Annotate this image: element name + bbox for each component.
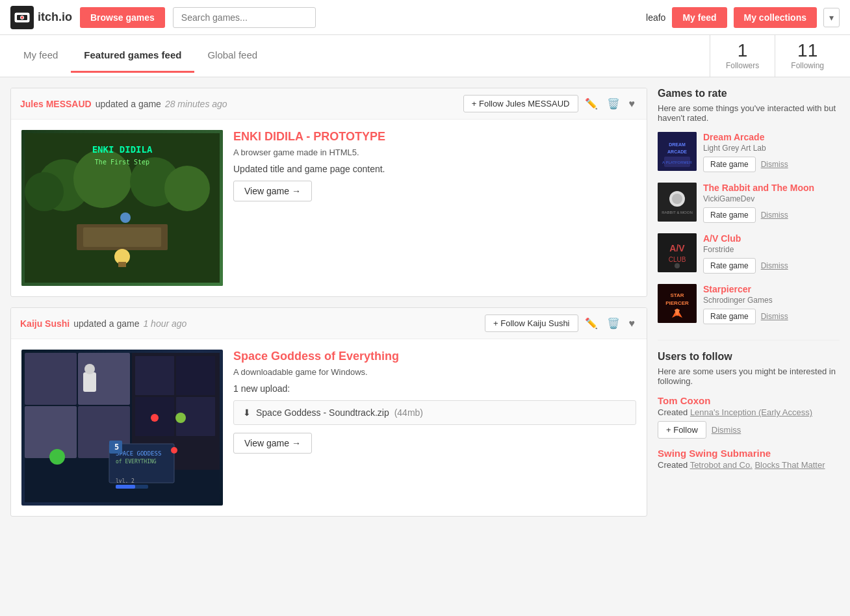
feed-card-1-body: ENKI DIDILA The First Step ENKI DIDILA -… xyxy=(11,120,647,296)
logo-text: itch.io xyxy=(38,10,72,24)
rate-game-info-rabbit: The Rabbit and The Moon VickiGameDev Rat… xyxy=(703,183,840,223)
svg-text:5: 5 xyxy=(114,443,119,452)
tab-global[interactable]: Global feed xyxy=(194,39,270,73)
rate-game-title-avclub[interactable]: A/V Club xyxy=(703,233,840,244)
game-title-enki[interactable]: ENKI DIDILA - PROTOTYPE xyxy=(233,130,636,144)
svg-rect-26 xyxy=(176,356,215,395)
svg-point-39 xyxy=(175,413,186,423)
svg-text:CLUB: CLUB xyxy=(669,256,686,263)
dismiss-follow-tomcoxon[interactable]: Dismiss xyxy=(712,425,741,435)
svg-point-11 xyxy=(25,172,64,211)
my-collections-button[interactable]: My collections xyxy=(734,7,817,28)
browse-games-button[interactable]: Browse games xyxy=(80,7,165,28)
edit-icon-2[interactable]: ✏️ xyxy=(582,314,600,332)
svg-text:STAR: STAR xyxy=(670,292,684,298)
card1-actions: + Follow Jules MESSAUD ✏️ 🗑️ ♥ xyxy=(463,95,638,112)
follow-game-link2-swingswing[interactable]: Blocks That Matter xyxy=(754,460,825,470)
svg-point-38 xyxy=(171,447,177,454)
thumb-rabbit: RABBIT & MOON xyxy=(658,183,697,222)
rate-button-dream[interactable]: Rate game xyxy=(703,157,756,172)
svg-rect-15 xyxy=(118,262,126,267)
dismiss-button-avclub[interactable]: Dismiss xyxy=(761,261,788,270)
view-game-button-2[interactable]: View game → xyxy=(233,433,312,454)
logo[interactable]: itch.io xyxy=(10,6,72,29)
rate-button-avclub[interactable]: Rate game xyxy=(703,258,756,274)
author-link-kaiju[interactable]: Kaiju Sushi xyxy=(20,318,70,329)
thumb-starpierce: STAR PIERCER xyxy=(658,284,697,323)
rate-game-actions-avclub: Rate game Dismiss xyxy=(703,258,840,274)
follow-name-tomcoxon[interactable]: Tom Coxon xyxy=(658,395,840,406)
dismiss-button-starpierce[interactable]: Dismiss xyxy=(761,312,788,321)
svg-point-30 xyxy=(84,364,95,374)
rate-game-title-starpierce[interactable]: Starpiercer xyxy=(703,284,840,294)
follow-game-link-tomcoxon[interactable]: Lenna's Inception (Early Access) xyxy=(690,407,812,417)
delete-icon-2[interactable]: 🗑️ xyxy=(604,314,623,332)
rate-game-info-dream: Dream Arcade Light Grey Art Lab Rate gam… xyxy=(703,132,840,172)
game-desc-space: A downloadable game for Windows. xyxy=(233,367,636,377)
sidebar-divider xyxy=(658,340,840,340)
game-title-space[interactable]: Space Goddess of Everything xyxy=(233,350,636,363)
svg-point-37 xyxy=(151,414,159,422)
follow-name-swingswing[interactable]: Swing Swing Submarine xyxy=(658,448,840,459)
following-stat: 11 Following xyxy=(775,35,840,77)
following-count: 11 xyxy=(791,42,824,60)
following-label: Following xyxy=(791,61,824,70)
time-text-1: 28 minutes ago xyxy=(165,99,227,109)
heart-icon-2[interactable]: ♥ xyxy=(626,315,638,332)
header: itch.io Browse games leafo My feed My co… xyxy=(0,0,850,35)
svg-text:ARCADE: ARCADE xyxy=(667,149,687,154)
rate-game-title-rabbit[interactable]: The Rabbit and The Moon xyxy=(703,183,840,193)
heart-icon-1[interactable]: ♥ xyxy=(626,96,638,112)
svg-text:SPACE GODDESS: SPACE GODDESS xyxy=(116,450,161,457)
edit-icon-1[interactable]: ✏️ xyxy=(582,95,600,112)
author-link-jules[interactable]: Jules MESSAUD xyxy=(20,99,92,109)
upload-icon: ⬇ xyxy=(243,407,251,418)
feed-column: Jules MESSAUD updated a game 28 minutes … xyxy=(10,88,647,527)
search-input[interactable] xyxy=(173,7,316,28)
feed-card-2-body: SPACE GODDESS of EVERYTHING 5 xyxy=(11,339,647,516)
svg-point-50 xyxy=(672,194,682,204)
follow-game-link1-swingswing[interactable]: Tetrobot and Co. xyxy=(690,460,753,470)
svg-rect-22 xyxy=(25,406,77,458)
rate-game-info-starpierce: Starpiercer Schrodinger Games Rate game … xyxy=(703,284,840,324)
thumb-dream: DREAM ARCADE A PLATFORMER xyxy=(658,132,697,171)
svg-text:RABBIT & MOON: RABBIT & MOON xyxy=(662,211,693,214)
feed-card-1: Jules MESSAUD updated a game 28 minutes … xyxy=(10,88,647,297)
thumb-space-art: SPACE GODDESS of EVERYTHING 5 xyxy=(21,350,223,506)
game-thumbnail-space: SPACE GODDESS of EVERYTHING 5 xyxy=(21,350,223,506)
tab-featured[interactable]: Featured games feed xyxy=(71,39,194,73)
svg-point-10 xyxy=(164,166,210,211)
main-layout: Jules MESSAUD updated a game 28 minutes … xyxy=(0,77,850,537)
card2-actions: + Follow Kaiju Sushi ✏️ 🗑️ ♥ xyxy=(485,314,638,332)
follow-item-tomcoxon: Tom Coxon Created Lenna's Inception (Ear… xyxy=(658,395,840,439)
game-desc-enki: A browser game made in HTML5. xyxy=(233,148,636,157)
users-to-follow-section: Users to follow Here are some users you … xyxy=(658,351,840,470)
delete-icon-1[interactable]: 🗑️ xyxy=(604,95,623,112)
rate-game-dev-avclub[interactable]: Forstride xyxy=(703,245,840,254)
rate-game-dev-starpierce[interactable]: Schrodinger Games xyxy=(703,296,840,305)
rate-button-starpierce[interactable]: Rate game xyxy=(703,309,756,324)
follow-kaiju-button[interactable]: + Follow Kaiju Sushi xyxy=(485,314,578,332)
rate-button-rabbit[interactable]: Rate game xyxy=(703,207,756,223)
follow-jules-button[interactable]: + Follow Jules MESSAUD xyxy=(463,95,578,112)
followers-count: 1 xyxy=(726,42,759,60)
dismiss-button-dream[interactable]: Dismiss xyxy=(761,160,788,169)
rate-game-dev-dream[interactable]: Light Grey Art Lab xyxy=(703,144,840,153)
upload-filename: Space Goddess - Soundtrack.zip xyxy=(256,407,389,418)
rate-game-actions-dream: Rate game Dismiss xyxy=(703,157,840,172)
follow-actions-tomcoxon: + Follow Dismiss xyxy=(658,421,840,439)
tab-myfeed[interactable]: My feed xyxy=(10,39,71,73)
my-feed-button[interactable]: My feed xyxy=(672,7,727,28)
view-game-button-1[interactable]: View game → xyxy=(233,181,312,201)
dropdown-button[interactable]: ▾ xyxy=(823,8,840,27)
rate-game-title-dream[interactable]: Dream Arcade xyxy=(703,132,840,142)
dismiss-button-rabbit[interactable]: Dismiss xyxy=(761,211,788,220)
upload-size: (44mb) xyxy=(394,407,423,418)
sidebar: Games to rate Here are some things you'v… xyxy=(658,88,840,527)
follow-button-tomcoxon[interactable]: + Follow xyxy=(658,421,706,439)
rate-game-dev-rabbit[interactable]: VickiGameDev xyxy=(703,194,840,203)
svg-point-55 xyxy=(675,263,680,268)
thumb-enki-art: ENKI DIDILA The First Step xyxy=(21,130,223,286)
followers-stat: 1 Followers xyxy=(710,35,775,77)
rate-item-dream: DREAM ARCADE A PLATFORMER Dream Arcade L… xyxy=(658,132,840,172)
